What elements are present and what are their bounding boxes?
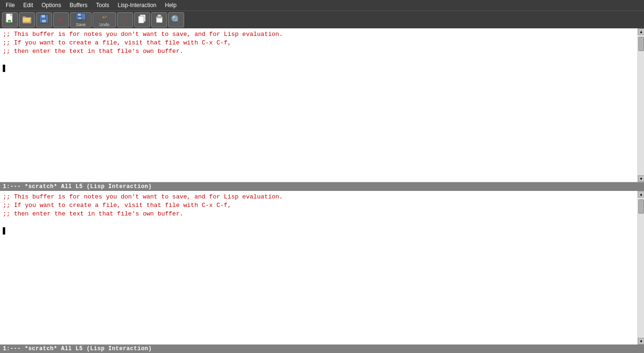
bottom-line-4 — [3, 219, 635, 227]
top-scrollbar[interactable]: ▲ ▼ — [637, 28, 644, 182]
open-file-icon — [22, 14, 32, 26]
menu-tools[interactable]: Tools — [92, 0, 113, 10]
top-scroll-thumb[interactable] — [638, 37, 644, 51]
svg-rect-8 — [77, 13, 81, 16]
bottom-scroll-track[interactable] — [638, 198, 644, 338]
bottom-scrollbar[interactable]: ▲ ▼ — [637, 191, 644, 344]
bottom-scroll-down[interactable]: ▼ — [638, 338, 644, 344]
save-label-icon — [76, 13, 86, 22]
top-cursor: ▋ — [3, 65, 635, 73]
search-button[interactable]: 🔍 — [168, 12, 184, 27]
top-status-bar: 1:--- *scratch* All L5 (Lisp Interaction… — [0, 182, 644, 191]
save-label-text: Save — [76, 22, 86, 27]
bottom-cursor: ▋ — [3, 227, 635, 236]
top-status-text: 1:--- *scratch* All L5 (Lisp Interaction… — [3, 183, 152, 190]
svg-rect-5 — [41, 15, 45, 18]
bottom-scroll-up[interactable]: ▲ — [638, 191, 644, 198]
svg-rect-14 — [158, 15, 161, 17]
menu-help[interactable]: Help — [161, 0, 180, 10]
bottom-line-2: ;; If you want to create a file, visit t… — [3, 201, 635, 210]
undo-button[interactable]: ↩ Undo — [93, 12, 116, 27]
save-icon — [39, 14, 49, 26]
top-line-2: ;; If you want to create a file, visit t… — [3, 39, 635, 47]
bottom-line-1: ;; This buffer is for notes you don't wa… — [3, 193, 635, 201]
bottom-status-bar: 1:--- *scratch* All L5 (Lisp Interaction… — [0, 344, 644, 353]
top-scroll-track[interactable] — [638, 35, 644, 175]
bottom-text-area[interactable]: ;; This buffer is for notes you don't wa… — [0, 191, 637, 344]
paste-icon — [154, 14, 164, 25]
bottom-scroll-thumb[interactable] — [638, 199, 644, 214]
top-line-1: ;; This buffer is for notes you don't wa… — [3, 30, 635, 39]
menu-lisp-interaction[interactable]: Lisp-Interaction — [114, 0, 160, 10]
delete-icon: ✕ — [59, 15, 64, 25]
top-line-4 — [3, 56, 635, 65]
svg-rect-9 — [78, 17, 82, 19]
undo-icon: ↩ — [102, 12, 107, 22]
bottom-status-text: 1:--- *scratch* All L5 (Lisp Interaction… — [3, 345, 152, 352]
svg-rect-6 — [42, 19, 46, 23]
toolbar: + ✕ — [0, 10, 644, 28]
copy-button[interactable] — [134, 12, 150, 27]
open-file-button[interactable] — [19, 12, 35, 27]
save-button[interactable] — [36, 12, 52, 27]
top-editor-pane[interactable]: ;; This buffer is for notes you don't wa… — [0, 28, 644, 182]
svg-text:+: + — [8, 20, 10, 24]
new-file-icon: + — [5, 13, 15, 26]
copy-icon — [137, 14, 147, 25]
svg-rect-11 — [138, 16, 144, 23]
scissors-icon: ✂ — [123, 15, 127, 25]
top-text-area[interactable]: ;; This buffer is for notes you don't wa… — [0, 28, 637, 182]
cut-button[interactable]: ✂ — [117, 12, 133, 27]
undo-label: Undo — [99, 22, 110, 27]
editor-container: ;; This buffer is for notes you don't wa… — [0, 28, 644, 353]
delete-button[interactable]: ✕ — [53, 12, 69, 27]
paste-button[interactable] — [151, 12, 167, 27]
top-scroll-up[interactable]: ▲ — [638, 28, 644, 35]
top-scroll-down[interactable]: ▼ — [638, 175, 644, 182]
menu-bar: File Edit Options Buffers Tools Lisp-Int… — [0, 0, 644, 10]
menu-options[interactable]: Options — [38, 0, 65, 10]
new-file-button[interactable]: + — [2, 12, 18, 27]
bottom-line-3: ;; then enter the text in that file's ow… — [3, 210, 635, 218]
menu-edit[interactable]: Edit — [19, 0, 37, 10]
save-label-button[interactable]: Save — [70, 12, 92, 27]
menu-file[interactable]: File — [2, 0, 18, 10]
top-line-3: ;; then enter the text in that file's ow… — [3, 47, 635, 56]
search-icon: 🔍 — [171, 15, 181, 25]
bottom-editor-pane[interactable]: ;; This buffer is for notes you don't wa… — [0, 191, 644, 344]
menu-buffers[interactable]: Buffers — [66, 0, 91, 10]
